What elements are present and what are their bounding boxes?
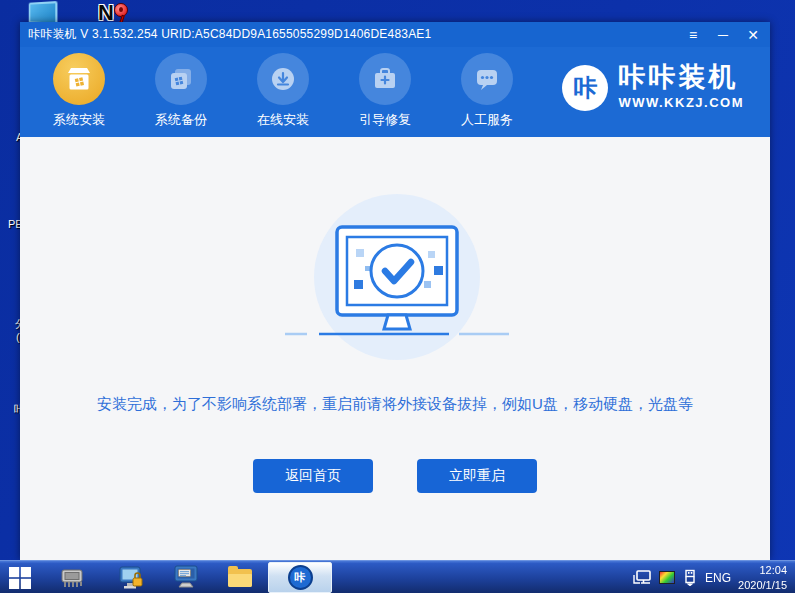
brand-site: WWW.KKZJ.COM: [618, 95, 744, 110]
taskbar: 咔 ENG 12:04 2020/1/15: [0, 560, 795, 593]
nav-item-human-support[interactable]: 人工服务: [436, 53, 538, 129]
tray-time: 12:04: [738, 563, 787, 577]
taskbar-kaka-active-app[interactable]: 咔: [268, 562, 332, 593]
windows-start-button[interactable]: [6, 564, 34, 591]
support-chat-icon: [461, 53, 513, 105]
brand-circle-icon: 咔: [562, 65, 608, 111]
tray-date: 2020/1/15: [738, 578, 787, 592]
nav-label: 人工服务: [461, 111, 513, 129]
header: 系统安装 系统备份: [20, 47, 770, 137]
menu-icon[interactable]: ≡: [682, 24, 704, 45]
taskbar-chip-app-icon[interactable]: [58, 564, 86, 591]
clock[interactable]: 12:04 2020/1/15: [738, 563, 791, 592]
nav-label: 引导修复: [359, 111, 411, 129]
backup-layers-icon: [155, 53, 207, 105]
main-content: 安装完成，为了不影响系统部署，重启前请将外接设备拔掉，例如U盘，移动硬盘，光盘等…: [20, 137, 770, 560]
window-title: 咔咔装机 V 3.1.532.254 URID:A5C84DD9A1655055…: [28, 26, 431, 43]
brand-logo: 咔 咔咔装机 WWW.KKZJ.COM: [562, 63, 744, 111]
language-indicator[interactable]: ENG: [705, 571, 731, 585]
taskbar-lock-monitor-app-icon[interactable]: [118, 564, 146, 591]
kaka-app-icon: 咔: [288, 565, 313, 590]
n-glyph: N: [98, 2, 114, 24]
nav-item-system-backup[interactable]: 系统备份: [130, 53, 232, 129]
nav-bar: 系统安装 系统备份: [28, 53, 538, 129]
online-download-icon: [257, 53, 309, 105]
network-icon[interactable]: [632, 569, 652, 586]
nav-label: 在线安装: [257, 111, 309, 129]
nav-label: 系统备份: [155, 111, 207, 129]
minimize-icon[interactable]: ─: [712, 24, 734, 45]
completion-message: 安装完成，为了不影响系统部署，重启前请将外接设备拔掉，例如U盘，移动硬盘，光盘等: [20, 395, 770, 414]
nav-label: 系统安装: [53, 111, 105, 129]
usb-icon[interactable]: [682, 569, 698, 587]
taskbar-remote-desktop-app-icon[interactable]: [172, 564, 200, 591]
install-box-icon: [53, 53, 105, 105]
nav-item-system-install[interactable]: 系统安装: [28, 53, 130, 129]
nav-item-boot-repair[interactable]: 引导修复: [334, 53, 436, 129]
boot-repair-toolbox-icon: [359, 53, 411, 105]
display-color-icon[interactable]: [659, 571, 675, 584]
keyhole-dot: [119, 7, 123, 12]
return-home-button[interactable]: 返回首页: [253, 459, 373, 493]
monitor-check-success-illustration: [277, 187, 517, 377]
close-icon[interactable]: ✕: [742, 24, 764, 45]
kaka-installer-window: 咔咔装机 V 3.1.532.254 URID:A5C84DD9A1655055…: [20, 22, 770, 560]
restart-now-button[interactable]: 立即重启: [417, 459, 537, 493]
brand-name: 咔咔装机: [618, 63, 744, 93]
taskbar-file-explorer-icon[interactable]: [226, 564, 254, 591]
nav-item-online-install[interactable]: 在线安装: [232, 53, 334, 129]
system-tray: ENG 12:04 2020/1/15: [632, 561, 791, 593]
titlebar[interactable]: 咔咔装机 V 3.1.532.254 URID:A5C84DD9A1655055…: [20, 22, 770, 47]
